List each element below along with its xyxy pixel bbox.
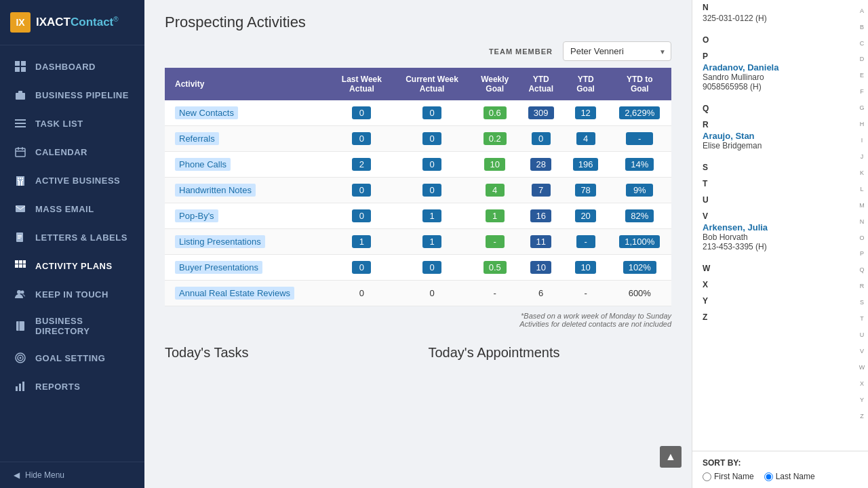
- activity-link[interactable]: Phone Calls: [175, 158, 231, 171]
- alphabet-sidebar[interactable]: ABCDEFGHIJKLMNOPQRSTUVWXYZ: [856, 0, 868, 427]
- sidebar-item-letters-labels[interactable]: LETTERS & LABELS: [0, 223, 144, 251]
- alpha-letter-m[interactable]: M: [859, 201, 865, 210]
- activity-link[interactable]: Annual Real Estate Reviews: [175, 287, 294, 300]
- team-member-select[interactable]: Peter Venneri: [563, 41, 671, 61]
- alpha-letter-a[interactable]: A: [860, 7, 864, 16]
- alpha-letter-u[interactable]: U: [860, 331, 865, 340]
- todays-tasks: Today's Tasks: [165, 345, 408, 361]
- svg-rect-0: [15, 61, 20, 66]
- table-row: Handwritten Notes0047789%: [165, 178, 671, 203]
- activity-link[interactable]: Referrals: [175, 132, 219, 145]
- sidebar-item-keep-in-touch[interactable]: KEEP IN TOUCH: [0, 280, 144, 308]
- sidebar-label-activity-plans: ACTIVITY PLANS: [35, 261, 113, 271]
- sidebar-item-business-pipeline[interactable]: BUSINESS PIPELINE: [0, 81, 144, 109]
- sidebar: IX IXACTContact® DASHBOARD BUSINESS PIPE…: [0, 0, 144, 488]
- activity-link[interactable]: Handwritten Notes: [175, 184, 256, 197]
- activity-link[interactable]: New Contacts: [175, 106, 238, 119]
- alpha-letter-g[interactable]: G: [859, 104, 864, 113]
- alpha-letter-e[interactable]: E: [860, 71, 864, 80]
- alpha-letter-i[interactable]: I: [861, 136, 863, 145]
- sort-label: SORT BY:: [703, 458, 858, 468]
- sidebar-label-reports: REPORTS: [35, 382, 80, 392]
- svg-rect-38: [16, 386, 18, 391]
- contact-list: N325-031-0122 (H)OPAradanov, DanielaSand…: [692, 0, 868, 451]
- alpha-letter-j[interactable]: J: [861, 152, 864, 161]
- alpha-letter-d[interactable]: D: [860, 55, 865, 64]
- activity-link[interactable]: Listing Presentations: [175, 235, 265, 248]
- alpha-letter-s[interactable]: S: [860, 298, 864, 307]
- alpha-letter-x[interactable]: X: [860, 380, 864, 388]
- contact-group-letter: Z: [703, 312, 844, 322]
- alpha-letter-o[interactable]: O: [859, 234, 864, 243]
- table-row: Buyer Presentations000.51010102%: [165, 255, 671, 281]
- contact-name[interactable]: Arkensen, Julia: [703, 222, 844, 232]
- alpha-letter-r[interactable]: R: [860, 282, 865, 291]
- sidebar-item-business-directory[interactable]: BUSINESS DIRECTORY: [0, 308, 144, 344]
- table-row: Referrals000.204-: [165, 126, 671, 152]
- alpha-letter-k[interactable]: K: [860, 169, 864, 178]
- contact-name[interactable]: Araujo, Stan: [703, 131, 844, 141]
- alpha-letter-l[interactable]: L: [860, 185, 863, 194]
- sidebar-item-activity-plans[interactable]: ACTIVITY PLANS: [0, 251, 144, 280]
- svg-rect-40: [22, 382, 24, 391]
- alpha-letter-z[interactable]: Z: [860, 412, 864, 421]
- activity-table-body: New Contacts000.6309122,629%Referrals000…: [165, 100, 671, 306]
- alpha-letter-q[interactable]: Q: [859, 266, 864, 274]
- page-title: Prospecting Activities: [165, 14, 671, 31]
- svg-rect-3: [21, 67, 26, 72]
- alpha-letter-n[interactable]: N: [860, 218, 865, 226]
- sidebar-item-task-list[interactable]: TASK LIST: [0, 109, 144, 138]
- svg-rect-15: [18, 178, 19, 179]
- table-row: Pop-By's011162082%: [165, 203, 671, 229]
- svg-rect-5: [15, 119, 26, 121]
- activity-link[interactable]: Buyer Presentations: [175, 261, 262, 274]
- envelope-icon: [14, 202, 27, 216]
- alpha-letter-t[interactable]: T: [860, 314, 864, 323]
- alpha-letter-p[interactable]: P: [860, 249, 864, 258]
- alpha-letter-w[interactable]: W: [859, 363, 865, 372]
- team-member-row: TEAM MEMBER Peter Venneri: [165, 41, 671, 61]
- alpha-letter-c[interactable]: C: [860, 39, 865, 48]
- alpha-letter-f[interactable]: F: [860, 87, 864, 96]
- sidebar-item-mass-email[interactable]: MASS EMAIL: [0, 195, 144, 223]
- sidebar-item-active-business[interactable]: ACTIVE BUSINESS: [0, 166, 144, 195]
- contact-group-letter: O: [703, 35, 844, 45]
- alpha-letter-b[interactable]: B: [860, 23, 864, 32]
- svg-rect-24: [18, 238, 20, 239]
- hide-menu-button[interactable]: ◀ Hide Menu: [0, 462, 144, 488]
- scroll-top-button[interactable]: ▲: [660, 446, 682, 468]
- contact-name[interactable]: Aradanov, Daniela: [703, 62, 844, 73]
- sidebar-item-goal-setting[interactable]: GOAL SETTING: [0, 344, 144, 372]
- sidebar-item-reports[interactable]: REPORTS: [0, 372, 144, 401]
- sidebar-item-dashboard[interactable]: DASHBOARD: [0, 52, 144, 81]
- contact-sub: Elise Bridgeman: [703, 141, 844, 150]
- svg-rect-20: [16, 205, 25, 212]
- alpha-letter-y[interactable]: Y: [860, 396, 864, 405]
- svg-rect-19: [22, 180, 23, 181]
- alpha-letter-v[interactable]: V: [860, 347, 864, 356]
- contact-group-letter: W: [703, 264, 844, 273]
- list-icon: [14, 117, 27, 130]
- svg-rect-6: [15, 123, 26, 124]
- logo-area: IX IXACTContact®: [0, 0, 144, 45]
- alpha-letter-h[interactable]: H: [860, 120, 865, 129]
- book-icon: [14, 319, 27, 333]
- grid2-icon: [14, 259, 27, 272]
- activity-link[interactable]: Pop-By's: [175, 209, 218, 222]
- sort-first-name[interactable]: First Name: [703, 472, 754, 481]
- sort-last-name-radio[interactable]: [764, 472, 773, 481]
- logo-text: IXACTContact®: [36, 16, 119, 29]
- contact-group: N325-031-0122 (H): [692, 0, 854, 33]
- sort-first-name-radio[interactable]: [703, 472, 711, 481]
- sidebar-label-active-business: ACTIVE BUSINESS: [35, 176, 120, 186]
- people-icon: [14, 287, 27, 301]
- team-select-wrap[interactable]: Peter Venneri: [563, 41, 671, 61]
- sort-bar: SORT BY: First Name Last Name: [692, 451, 868, 488]
- nav-items: DASHBOARD BUSINESS PIPELINE TASK LIST CA…: [0, 45, 144, 462]
- svg-rect-27: [23, 260, 26, 264]
- sort-last-name[interactable]: Last Name: [764, 472, 815, 481]
- svg-rect-8: [16, 148, 25, 157]
- sidebar-item-calendar[interactable]: CALENDAR: [0, 138, 144, 166]
- contact-group-letter: R: [703, 120, 844, 129]
- chart-icon: [14, 380, 27, 393]
